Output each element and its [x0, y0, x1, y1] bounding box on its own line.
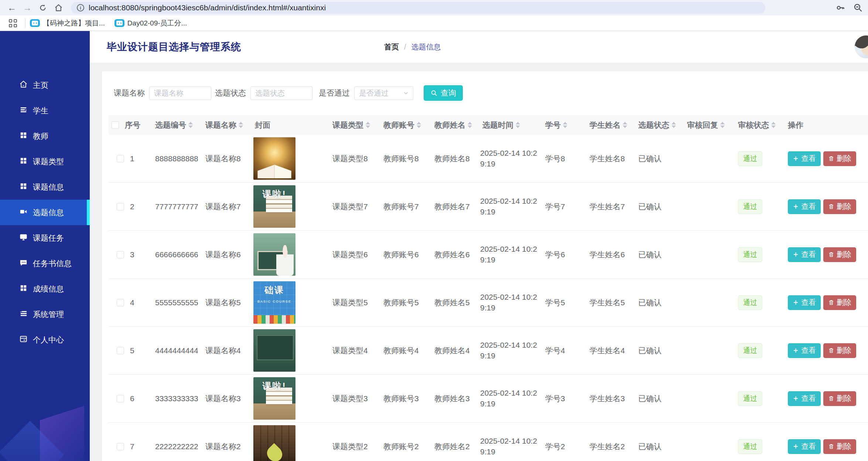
column-header-code[interactable]: 选题编号	[150, 120, 200, 130]
trash-icon	[828, 155, 834, 162]
delete-button[interactable]: 删除	[823, 343, 856, 358]
cover-image-books-green: 课啦!	[253, 185, 295, 228]
column-header-teacher_account[interactable]: 教师账号	[378, 120, 429, 130]
row-select-cell	[109, 347, 120, 354]
sidebar-item-11[interactable]: 个人中心	[0, 327, 90, 352]
apps-grid-icon[interactable]	[9, 19, 17, 27]
view-button[interactable]: 查看	[788, 247, 821, 262]
plus-icon	[793, 347, 799, 354]
cell-code: 7777777777	[150, 202, 200, 211]
site-info-icon[interactable]: i	[77, 4, 84, 11]
cell-student-name: 学生姓名8	[584, 154, 633, 164]
column-label: 封面	[255, 120, 270, 130]
view-button[interactable]: 查看	[788, 199, 821, 214]
select-all-checkbox[interactable]	[112, 121, 119, 129]
sort-carets-icon[interactable]	[563, 122, 567, 128]
cell-time: 2025-02-14 10:29:19	[477, 388, 540, 409]
column-label: 学号	[545, 120, 561, 130]
forward-icon[interactable]: →	[21, 1, 34, 14]
column-header-student_id[interactable]: 学号	[540, 120, 584, 130]
view-button[interactable]: 查看	[788, 295, 821, 310]
column-header-audit_status[interactable]: 审核状态	[733, 120, 783, 130]
sort-carets-icon[interactable]	[720, 122, 725, 128]
password-key-icon[interactable]	[835, 3, 845, 13]
cell-audit-status: 通过	[733, 391, 783, 406]
sort-carets-icon[interactable]	[239, 122, 243, 128]
cell-teacher-account: 教师账号7	[378, 202, 429, 212]
cell-type: 课题类型2	[327, 441, 378, 452]
home-icon[interactable]	[52, 1, 65, 14]
view-button[interactable]: 查看	[788, 439, 821, 454]
delete-button[interactable]: 删除	[823, 391, 856, 406]
delete-button[interactable]: 删除	[823, 247, 856, 262]
delete-button[interactable]: 删除	[823, 199, 856, 214]
sidebar-item-2[interactable]: 学生	[0, 98, 90, 123]
column-header-time[interactable]: 选题时间	[477, 120, 540, 130]
sidebar-item-8[interactable]: 任务书信息	[0, 251, 90, 276]
sidebar-item-10[interactable]: 系统管理	[0, 302, 90, 327]
cell-index: 2	[120, 202, 150, 211]
name-filter-input[interactable]	[149, 86, 211, 100]
url-bar[interactable]: i localhost:8080/springboot43iesc6b/admi…	[71, 2, 765, 14]
column-header-name[interactable]: 课题名称	[200, 120, 250, 130]
sort-carets-icon[interactable]	[671, 122, 676, 128]
grid-icon	[19, 131, 28, 141]
column-header-teacher_name[interactable]: 教师姓名	[429, 120, 477, 130]
back-icon[interactable]: ←	[5, 1, 18, 14]
sort-carets-icon[interactable]	[468, 122, 472, 128]
bookmark-item[interactable]: 【码神之路】项目...	[30, 18, 105, 28]
delete-button[interactable]: 删除	[823, 439, 856, 454]
cell-student-name: 学生姓名3	[584, 393, 633, 404]
cell-cover	[250, 425, 327, 461]
avatar[interactable]	[855, 35, 868, 58]
delete-button[interactable]: 删除	[823, 151, 856, 166]
sidebar-item-5[interactable]: 课题信息	[0, 174, 90, 200]
cell-index: 6	[120, 394, 150, 403]
sidebar-item-7[interactable]: 课题任务	[0, 225, 90, 251]
cell-actions: 查看删除	[783, 295, 868, 310]
column-header-type[interactable]: 课题类型	[327, 120, 378, 130]
column-header-status[interactable]: 选题状态	[633, 120, 682, 130]
table-row: 63333333333课题名称3课啦!课题类型3教师账号3教师姓名32025-0…	[109, 375, 868, 423]
sidebar-item-9[interactable]: 成绩信息	[0, 276, 90, 302]
sort-carets-icon[interactable]	[771, 122, 776, 128]
column-header-student_name[interactable]: 学生姓名	[584, 120, 633, 130]
cell-student-id: 学号6	[540, 250, 584, 260]
column-header-index: 序号	[120, 120, 150, 130]
sidebar-item-4[interactable]: 课题类型	[0, 149, 90, 174]
cell-code: 5555555555	[150, 298, 200, 307]
view-button[interactable]: 查看	[788, 391, 821, 406]
sidebar-item-6[interactable]: 选题信息	[0, 200, 90, 225]
sort-carets-icon[interactable]	[516, 122, 520, 128]
sort-carets-icon[interactable]	[623, 122, 627, 128]
bookmark-item[interactable]: Day02-09-员工分...	[115, 18, 187, 28]
cell-code: 3333333333	[150, 394, 200, 403]
reload-icon[interactable]	[36, 1, 49, 14]
sidebar-item-1[interactable]: 主页	[0, 72, 90, 98]
cell-time: 2025-02-14 10:29:19	[477, 148, 540, 169]
sort-carets-icon[interactable]	[417, 122, 421, 128]
search-button[interactable]: 查询	[424, 85, 463, 101]
time-text: 2025-02-14 10:29:19	[480, 388, 539, 409]
breadcrumb-home[interactable]: 首页	[384, 42, 399, 52]
cell-name: 课题名称3	[200, 393, 250, 404]
status-filter-input[interactable]	[250, 86, 312, 100]
cell-time: 2025-02-14 10:29:19	[477, 436, 540, 457]
sidebar-item-3[interactable]: 教师	[0, 123, 90, 149]
zoom-out-icon[interactable]	[853, 3, 863, 13]
view-button[interactable]: 查看	[788, 151, 821, 166]
cell-teacher-name: 教师姓名8	[429, 154, 477, 164]
column-header-reply[interactable]: 审核回复	[682, 120, 733, 130]
sort-carets-icon[interactable]	[188, 122, 193, 128]
view-button[interactable]: 查看	[788, 343, 821, 358]
breadcrumb-current[interactable]: 选题信息	[411, 42, 441, 52]
column-label: 学生姓名	[590, 120, 621, 130]
time-text: 2025-02-14 10:29:19	[480, 148, 539, 169]
pass-filter-select[interactable]: 是否通过	[354, 86, 413, 100]
sidebar-item-label: 课题类型	[33, 156, 64, 167]
main-area: 毕业设计题目选择与管理系统 首页 / 选题信息 课题名称 选题状态 是否通过 是…	[90, 31, 868, 461]
cell-index: 5	[120, 346, 150, 355]
pass-badge: 通过	[738, 151, 762, 166]
delete-button[interactable]: 删除	[823, 295, 856, 310]
sort-carets-icon[interactable]	[366, 122, 370, 128]
